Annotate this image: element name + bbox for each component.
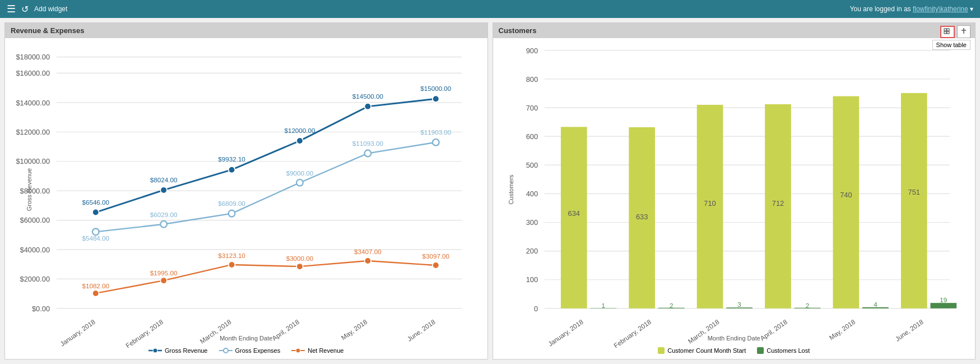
- customers-body: Customers 0 100 200 300 400 500: [493, 38, 976, 359]
- svg-text:4: 4: [874, 301, 877, 308]
- svg-point-40: [160, 221, 167, 228]
- svg-text:$8000.00: $8000.00: [20, 187, 50, 195]
- svg-text:19: 19: [940, 296, 947, 303]
- table-icon-area: [940, 25, 970, 38]
- svg-text:$18000.00: $18000.00: [16, 53, 50, 61]
- svg-rect-117: [930, 303, 956, 308]
- revenue-chart-svg: $0.00 $2000.00 $4000.00 $6000.00 $8000.0…: [11, 44, 482, 335]
- svg-text:$6546.00: $6546.00: [82, 199, 109, 206]
- main-area: Revenue & Expenses Gross Revenue $0.0: [0, 18, 980, 364]
- svg-text:$0.00: $0.00: [32, 304, 50, 312]
- svg-text:$3407.00: $3407.00: [354, 248, 382, 255]
- customers-panel: Customers Show tabl: [493, 22, 976, 360]
- svg-text:$11903.00: $11903.00: [420, 128, 452, 136]
- legend-customer-count-icon: [658, 347, 665, 354]
- svg-text:710: 710: [704, 199, 716, 208]
- revenue-expenses-header: Revenue & Expenses: [5, 23, 487, 38]
- svg-text:600: 600: [526, 132, 537, 141]
- svg-text:700: 700: [526, 104, 537, 112]
- svg-text:$2000.00: $2000.00: [20, 275, 50, 283]
- topbar-left: ☰ ↺ Add widget: [7, 3, 67, 15]
- svg-point-51: [92, 290, 99, 297]
- svg-rect-71: [944, 31, 946, 34]
- svg-text:$12000.00: $12000.00: [284, 127, 315, 134]
- svg-text:900: 900: [526, 46, 537, 54]
- hamburger-icon[interactable]: ☰: [7, 3, 16, 15]
- svg-point-31: [365, 103, 371, 110]
- username-link[interactable]: flowfinity\katherine: [913, 5, 968, 13]
- svg-rect-72: [947, 31, 949, 34]
- svg-text:2: 2: [805, 302, 809, 309]
- svg-text:2: 2: [669, 302, 672, 309]
- svg-point-53: [229, 261, 235, 268]
- pin-button[interactable]: [957, 25, 970, 38]
- customers-title: Customers: [499, 26, 537, 35]
- customers-y-axis-label: Customers: [507, 174, 514, 204]
- svg-text:634: 634: [568, 209, 579, 218]
- svg-text:500: 500: [526, 161, 537, 169]
- svg-rect-111: [833, 96, 859, 308]
- svg-text:740: 740: [840, 191, 852, 199]
- svg-text:712: 712: [772, 199, 783, 208]
- svg-text:$14500.00: $14500.00: [352, 93, 384, 100]
- add-widget-label[interactable]: Add widget: [34, 5, 67, 13]
- svg-point-66: [224, 348, 228, 353]
- svg-text:$6809.00: $6809.00: [218, 200, 245, 207]
- svg-text:800: 800: [526, 75, 537, 84]
- svg-text:$14000.00: $14000.00: [16, 99, 50, 107]
- customers-header: Customers: [493, 23, 976, 38]
- refresh-icon[interactable]: ↺: [21, 4, 29, 15]
- dropdown-icon[interactable]: ▾: [970, 5, 973, 13]
- svg-point-44: [433, 139, 439, 146]
- svg-text:$4000.00: $4000.00: [20, 246, 50, 254]
- customers-legend: Customer Count Month Start Customers Los…: [499, 344, 970, 356]
- svg-point-32: [433, 95, 439, 102]
- svg-point-68: [296, 348, 300, 353]
- svg-rect-69: [944, 29, 946, 31]
- svg-point-41: [229, 210, 235, 217]
- legend-customers-lost-label: Customers Lost: [767, 347, 810, 354]
- svg-text:$5484.00: $5484.00: [82, 234, 109, 242]
- legend-gross-expenses: Gross Expenses: [219, 347, 281, 354]
- svg-point-27: [92, 209, 99, 216]
- legend-net-revenue: Net Revenue: [291, 347, 343, 354]
- svg-text:3: 3: [737, 301, 741, 308]
- topbar: ☰ ↺ Add widget You are logged in as flow…: [0, 0, 980, 18]
- svg-point-43: [365, 150, 371, 157]
- svg-text:400: 400: [526, 190, 537, 198]
- svg-text:0: 0: [533, 304, 537, 312]
- svg-text:$9932.10: $9932.10: [218, 155, 245, 163]
- svg-point-28: [160, 187, 167, 193]
- customers-chart-svg: 0 100 200 300 400 500 600 700: [499, 44, 970, 335]
- legend-customer-count-label: Customer Count Month Start: [667, 347, 746, 354]
- svg-text:$8024.00: $8024.00: [150, 176, 178, 183]
- svg-point-42: [296, 179, 303, 186]
- svg-point-29: [229, 167, 235, 173]
- svg-text:$9000.00: $9000.00: [286, 169, 314, 177]
- svg-text:$6029.00: $6029.00: [150, 211, 178, 218]
- revenue-legend: Gross Revenue Gross Expenses Net Revenue: [11, 344, 482, 356]
- legend-gross-revenue-label: Gross Revenue: [165, 347, 207, 354]
- svg-text:200: 200: [526, 247, 537, 255]
- svg-point-30: [296, 137, 303, 144]
- customers-chart-area: Customers 0 100 200 300 400 500: [499, 44, 970, 335]
- svg-text:$15000.00: $15000.00: [420, 85, 452, 92]
- svg-text:$1082.00: $1082.00: [82, 282, 109, 289]
- svg-text:$12000.00: $12000.00: [16, 128, 50, 136]
- legend-gross-expenses-label: Gross Expenses: [235, 347, 281, 354]
- svg-text:$3123.10: $3123.10: [218, 252, 245, 259]
- svg-text:$16000.00: $16000.00: [16, 69, 50, 77]
- svg-rect-70: [947, 29, 949, 31]
- svg-text:633: 633: [635, 213, 647, 221]
- topbar-right: You are logged in as flowfinity\katherin…: [850, 5, 973, 13]
- show-table-grid-button[interactable]: [940, 26, 955, 38]
- revenue-chart-area: Gross Revenue $0.00 $2000.00: [11, 44, 482, 335]
- svg-text:1: 1: [601, 302, 605, 309]
- login-text: You are logged in as: [850, 5, 913, 13]
- svg-point-54: [296, 263, 303, 270]
- svg-rect-115: [900, 93, 927, 308]
- revenue-y-axis-label: Gross Revenue: [26, 168, 32, 210]
- svg-point-55: [365, 257, 371, 264]
- svg-text:$10000.00: $10000.00: [16, 157, 50, 165]
- legend-net-revenue-label: Net Revenue: [308, 347, 343, 354]
